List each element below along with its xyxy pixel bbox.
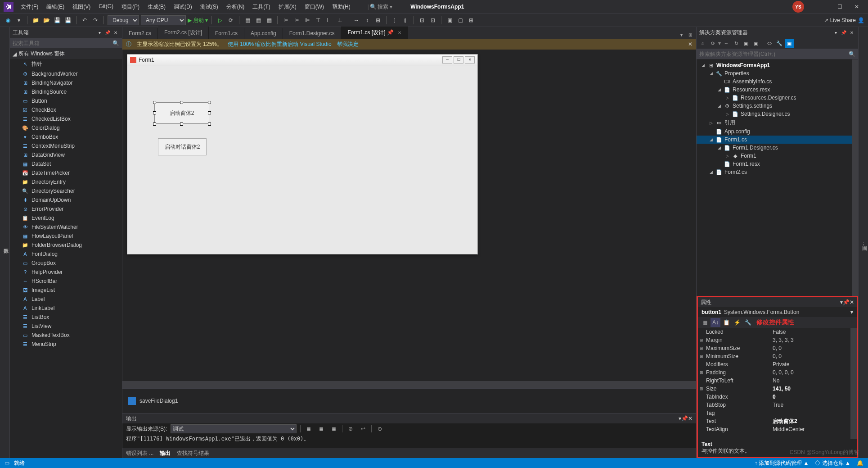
toolbox-item[interactable]: ☑CheckBox (10, 105, 122, 114)
resize-handle[interactable] (180, 101, 183, 104)
resize-handle[interactable] (180, 123, 183, 126)
output-source-dropdown[interactable]: 调试 (171, 424, 297, 433)
resize-handle[interactable] (208, 101, 211, 104)
expand-icon[interactable]: ◢ (716, 104, 722, 108)
tab-split-icon[interactable]: ⊞ (686, 31, 694, 39)
property-row[interactable]: TabIndex0 (698, 393, 857, 401)
repo-button[interactable]: ◇ 选择仓库 ▲ (815, 459, 850, 467)
toolbox-item[interactable]: ⊞BindingNavigator (10, 78, 122, 87)
redo-icon[interactable]: ↷ (91, 16, 100, 25)
property-row[interactable]: LockedFalse (698, 328, 857, 336)
expand-icon[interactable]: ▷ (708, 121, 714, 125)
dropdown-icon[interactable]: ▾ (832, 29, 839, 36)
toolbox-item[interactable]: ▭MaskedTextBox (10, 331, 122, 340)
categorized-icon[interactable]: ▦ (700, 318, 710, 327)
info-link-restart[interactable]: 使用 100% 缩放比例重新启动 Visual Studio (228, 41, 332, 48)
toolbox-item[interactable]: AFontDialog (10, 250, 122, 259)
toolbox-item[interactable]: ▭GroupBox (10, 259, 122, 268)
close-icon[interactable]: ✕ (112, 29, 119, 36)
tree-node[interactable]: ◢📄Form2.cs (697, 168, 858, 176)
property-row[interactable]: ⊞Padding0, 0, 0, 0 (698, 368, 857, 377)
bring-front-icon[interactable]: ▣ (445, 16, 454, 25)
menu-item[interactable]: Git(G) (95, 1, 117, 13)
tab-overflow-icon[interactable]: ▾ (677, 31, 685, 39)
next-icon[interactable]: ≣ (329, 424, 338, 433)
minimize-button[interactable]: ─ (815, 2, 830, 12)
toolbox-item[interactable]: ▭Button (10, 96, 122, 105)
layout-icon[interactable]: ▦ (243, 16, 252, 25)
align-right-icon[interactable]: ⊫ (303, 16, 312, 25)
right-dock-strip[interactable]: 圃… (858, 27, 868, 458)
editor-tab[interactable]: Form1.cs (209, 28, 244, 39)
resize-handle[interactable] (208, 123, 211, 126)
toolbox-item[interactable]: ☰CheckedListBox (10, 114, 122, 123)
toolbox-item[interactable]: A̲LinkLabel (10, 304, 122, 313)
new-project-icon[interactable]: 📁 (31, 16, 40, 25)
menu-item[interactable]: 编辑(E) (43, 1, 68, 13)
center-h-icon[interactable]: ⊡ (418, 16, 427, 25)
toolbox-item[interactable]: ↖指针 (10, 59, 122, 69)
toolbox-item[interactable]: ↔HScrollBar (10, 277, 122, 286)
toolbox-item[interactable]: ALabel (10, 295, 122, 304)
toolbox-item[interactable]: ⊞BindingSource (10, 87, 122, 96)
grid-icon[interactable]: ▦ (254, 16, 263, 25)
toolbox-item[interactable]: 🖼ImageList (10, 286, 122, 295)
tree-node[interactable]: ◢📄Form1.Designer.cs (697, 144, 858, 152)
code-icon[interactable]: <> (765, 39, 774, 48)
back-icon[interactable]: ← (722, 39, 731, 48)
toolbox-item[interactable]: ☰ContextMenuStrip (10, 141, 122, 150)
platform-dropdown[interactable]: Any CPU (141, 15, 186, 25)
toolbox-item[interactable]: 📁DirectoryEntry (10, 177, 122, 186)
tree-node[interactable]: ▷📄Resources.Designer.cs (697, 94, 858, 102)
toolbox-search[interactable]: 🔍 (10, 38, 122, 49)
collapse-icon[interactable]: ▣ (742, 39, 751, 48)
editor-tab[interactable]: Form2.cs (122, 28, 158, 39)
save-icon[interactable]: 💾 (53, 16, 62, 25)
property-row[interactable]: ⊞Margin3, 3, 3, 3 (698, 336, 857, 344)
tree-node[interactable]: 📄Form1.resx (697, 160, 858, 168)
toolbox-item[interactable]: 🎨ColorDialog (10, 123, 122, 132)
menu-item[interactable]: 生成(B) (144, 1, 169, 13)
prev-icon[interactable]: ≣ (317, 424, 326, 433)
property-row[interactable]: TabStopTrue (698, 401, 857, 409)
wrench-icon[interactable]: 🔧 (775, 39, 784, 48)
maximize-button[interactable]: ☐ (832, 2, 847, 12)
start-no-debug-icon[interactable]: ▷ (216, 16, 225, 25)
solution-tree[interactable]: ◢⊞WindowsFormsApp1◢🔧PropertiesC#Assembly… (697, 59, 858, 296)
tree-node[interactable]: C#AssemblyInfo.cs (697, 77, 858, 86)
property-row[interactable]: ⊞MaximumSize0, 0 (698, 344, 857, 352)
expand-icon[interactable]: ◢ (708, 137, 714, 142)
nav-back-icon[interactable]: ◉ (4, 16, 13, 25)
config-dropdown[interactable]: Debug (108, 15, 139, 25)
showall-icon[interactable]: ▣ (751, 39, 760, 48)
property-row[interactable]: ⊞Size141, 50 (698, 385, 857, 393)
tree-node[interactable]: ◢🔧Properties (697, 69, 858, 77)
expand-icon[interactable]: ▷ (724, 154, 730, 158)
solution-search-input[interactable] (699, 51, 849, 57)
toolbox-item[interactable]: 📅DateTimePicker (10, 168, 122, 177)
tree-node[interactable]: ▷📄Settings.Designer.cs (697, 110, 858, 118)
close-icon[interactable]: ✕ (848, 29, 855, 36)
toolbox-item[interactable]: 📋EventLog (10, 214, 122, 223)
home-icon[interactable]: ⌂ (698, 39, 707, 48)
properties-object-selector[interactable]: button1 System.Windows.Forms.Button ▾ (698, 307, 857, 317)
clock-icon[interactable]: ⊙ (375, 424, 384, 433)
menu-item[interactable]: 窗口(W) (301, 1, 328, 13)
expand-icon[interactable]: ◢ (708, 71, 714, 76)
info-link-help[interactable]: 帮我决定 (337, 41, 359, 48)
expand-icon[interactable]: ◢ (716, 145, 722, 150)
tab-close-icon[interactable]: ✕ (398, 30, 401, 35)
pin-icon[interactable]: 📌 (681, 415, 688, 422)
property-row[interactable]: TextAlignMiddleCenter (698, 425, 857, 433)
size-both-icon[interactable]: ⊞ (373, 16, 382, 25)
sync-icon[interactable]: ↻ (732, 39, 741, 48)
wrench-icon[interactable]: 🔧 (743, 318, 753, 327)
align-middle-icon[interactable]: ⊢ (324, 16, 333, 25)
start-button[interactable]: ▶ 启动 ▾ (188, 17, 208, 24)
tool-tab[interactable]: 错误列表 ... (126, 450, 153, 457)
menu-item[interactable]: 视图(V) (69, 1, 94, 13)
toolbox-item[interactable]: ▾ComboBox (10, 132, 122, 141)
open-icon[interactable]: 📂 (42, 16, 51, 25)
menu-item[interactable]: 文件(F) (17, 1, 42, 13)
tree-node[interactable]: 📄App.config (697, 127, 858, 136)
